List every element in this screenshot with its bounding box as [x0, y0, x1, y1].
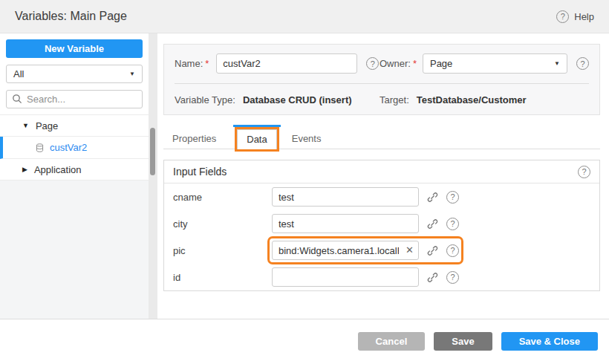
tab-events[interactable]: Events [283, 129, 330, 149]
search-box [6, 90, 143, 108]
chevron-down-icon: ▼ [129, 71, 135, 77]
field-help-icon[interactable]: ? [446, 218, 459, 230]
tab-data[interactable]: Data [237, 129, 276, 149]
field-row-id: id ? [164, 264, 599, 290]
bind-link-icon[interactable] [427, 272, 438, 283]
field-label: pic [173, 245, 272, 256]
help-circle-icon: ? [556, 10, 569, 23]
owner-label: Owner:* [380, 58, 417, 69]
tree-node-label: Application [34, 164, 82, 175]
help-button[interactable]: ? Help [556, 10, 594, 23]
tree-node-label: custVar2 [50, 142, 87, 153]
new-variable-button[interactable]: New Variable [6, 39, 143, 58]
required-asterisk: * [205, 58, 209, 69]
sidebar-scrollbar[interactable] [149, 33, 157, 319]
pic-annotation-highlight: ✕ ? [272, 241, 459, 260]
scrollbar-thumb[interactable] [150, 128, 155, 175]
target-label: Target: [380, 94, 409, 105]
sidebar-controls: New Variable All ▼ [0, 33, 149, 114]
input-fields-panel: Input Fields ? cname ? city [163, 160, 600, 291]
search-input[interactable] [6, 90, 143, 108]
variables-tree: ▼ Page custVar2 ▶ Application [0, 114, 149, 181]
field-help-icon[interactable]: ? [446, 271, 459, 284]
database-icon [35, 143, 45, 153]
input-fields-title: Input Fields [173, 166, 227, 178]
chevron-down-icon: ▼ [554, 60, 560, 67]
variable-type-value: Database CRUD (insert) [243, 94, 352, 105]
field-help-icon[interactable]: ? [446, 244, 459, 257]
name-help-icon[interactable]: ? [366, 57, 379, 70]
required-asterisk: * [413, 58, 417, 69]
tree-collapsed-icon: ▶ [22, 166, 27, 173]
owner-help-icon[interactable]: ? [576, 57, 589, 70]
field-row-city: city ? [164, 210, 599, 237]
input-fields-help-icon[interactable]: ? [578, 166, 590, 178]
variable-filter-value: All [13, 68, 24, 79]
tree-node-label: Page [36, 120, 58, 131]
dialog-footer: Cancel Save Save & Close [0, 319, 609, 363]
field-label: cname [173, 192, 272, 203]
field-help-icon[interactable]: ? [446, 191, 459, 204]
pic-input[interactable] [272, 241, 419, 260]
sidebar-empty-area [0, 181, 149, 319]
summary-divider [175, 83, 589, 84]
field-row-cname: cname ? [164, 183, 599, 210]
save-and-close-button[interactable]: Save & Close [501, 332, 598, 351]
clear-binding-icon[interactable]: ✕ [406, 244, 414, 256]
field-label: city [173, 218, 272, 230]
field-label: id [173, 272, 272, 283]
tab-properties[interactable]: Properties [163, 129, 225, 149]
tree-node-page[interactable]: ▼ Page [0, 115, 149, 137]
name-input[interactable] [216, 53, 357, 74]
owner-value: Page [430, 58, 452, 69]
tree-node-custvar2[interactable]: custVar2 [0, 137, 149, 159]
city-input[interactable] [272, 214, 419, 233]
variable-filter-dropdown[interactable]: All ▼ [6, 65, 143, 83]
variables-dialog: Variables: Main Page ? Help New Variable… [0, 0, 609, 364]
bind-link-icon[interactable] [427, 245, 438, 256]
variable-type-label: Variable Type: [175, 94, 235, 105]
variables-sidebar: New Variable All ▼ ▼ Page [0, 33, 149, 319]
id-input[interactable] [272, 267, 419, 287]
save-button[interactable]: Save [434, 332, 492, 351]
variable-summary-panel: Name:* ? Owner:* Page ▼ ? [163, 44, 600, 115]
owner-dropdown[interactable]: Page ▼ [423, 53, 567, 74]
field-row-pic: pic ✕ ? [164, 237, 599, 264]
page-title: Variables: Main Page [15, 10, 127, 23]
cancel-button[interactable]: Cancel [358, 332, 426, 351]
target-value: TestDatabase/Customer [417, 94, 527, 105]
search-icon [12, 94, 22, 104]
dialog-header: Variables: Main Page ? Help [0, 0, 609, 33]
tree-expanded-icon: ▼ [22, 122, 29, 129]
variable-detail-panel: Name:* ? Owner:* Page ▼ ? [157, 33, 609, 319]
bind-link-icon[interactable] [427, 192, 438, 203]
dialog-body: New Variable All ▼ ▼ Page [0, 33, 609, 319]
input-fields-header: Input Fields ? [164, 160, 599, 183]
cname-input[interactable] [272, 187, 419, 207]
tree-node-application[interactable]: ▶ Application [0, 159, 149, 181]
name-label: Name:* [175, 58, 209, 69]
help-label: Help [574, 11, 594, 22]
bind-link-icon[interactable] [427, 218, 438, 230]
detail-tabs: Properties Data Events [163, 128, 600, 149]
